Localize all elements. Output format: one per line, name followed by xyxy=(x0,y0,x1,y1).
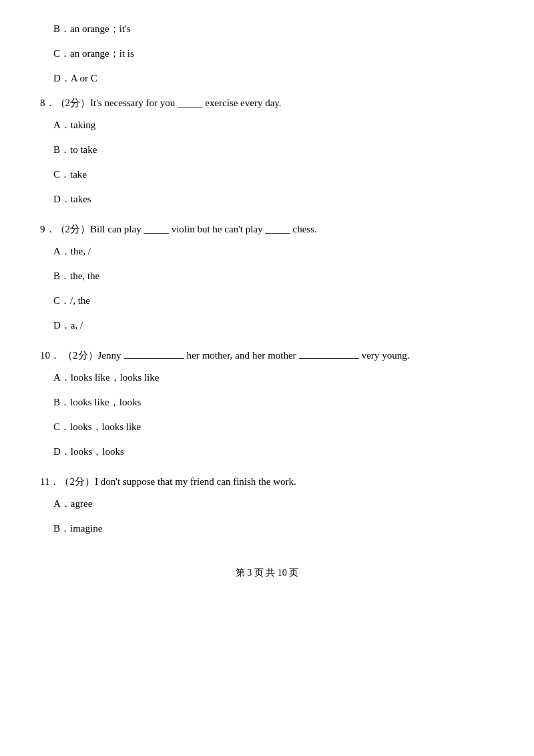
q8-b-text: B．to take xyxy=(53,144,97,155)
q8-option-a: A．taking xyxy=(40,116,494,134)
question-11-label: 11．（2分）I don't suppose that my friend ca… xyxy=(40,473,494,491)
q10-b-text: B．looks like，looks xyxy=(53,397,141,407)
page-footer: 第 3 页 共 10 页 xyxy=(40,564,494,581)
option-c-text: C．an orange；it is xyxy=(53,48,134,59)
question-9-label: 9．（2分）Bill can play _____ violin but he … xyxy=(40,220,494,238)
q8-a-text: A．taking xyxy=(53,120,95,130)
q9-option-c: C．/, the xyxy=(40,292,494,310)
q10-mother2: mother xyxy=(268,347,296,365)
q10-blank-2 xyxy=(299,347,359,359)
question-9: 9．（2分）Bill can play _____ violin but he … xyxy=(40,220,494,335)
q11-option-a: A．agree xyxy=(40,495,494,513)
q8-option-c: C．take xyxy=(40,166,494,184)
q10-d-text: D．looks，looks xyxy=(53,446,124,457)
q10-very: very xyxy=(362,347,380,365)
q9-d-text: D．a, / xyxy=(53,320,83,331)
q8-c-text: C．take xyxy=(53,169,87,180)
option-d-text: D．A or C xyxy=(53,73,97,83)
q10-a-text: A．looks like，looks like xyxy=(53,372,159,383)
q10-prefix: 10． xyxy=(40,347,60,365)
option-b-orange-its: B．an orange；it's xyxy=(40,20,494,38)
q10-option-d: D．looks，looks xyxy=(40,443,494,461)
question-10: 10． （2分）Jenny her mother, and her mother… xyxy=(40,347,494,461)
q10-young: young. xyxy=(382,347,409,365)
q10-blank-1 xyxy=(124,347,184,359)
question-11-text: 11．（2分）I don't suppose that my friend ca… xyxy=(40,476,296,487)
q10-her: her xyxy=(187,347,200,365)
q10-mother-comma: mother, xyxy=(202,347,233,365)
q9-c-text: C．/, the xyxy=(53,295,90,306)
q10-score: （2分）Jenny xyxy=(63,347,121,365)
question-8-text: 8．（2分）It's necessary for you _____ exerc… xyxy=(40,98,282,108)
q11-option-b: B．imagine xyxy=(40,520,494,538)
q9-option-a: A．the, / xyxy=(40,242,494,260)
q10-and: and xyxy=(235,347,250,365)
option-d-aorc: D．A or C xyxy=(40,69,494,87)
footer-text: 第 3 页 共 10 页 xyxy=(236,568,299,578)
q10-her2: her xyxy=(252,347,265,365)
q9-option-d: D．a, / xyxy=(40,317,494,335)
q10-option-a: A．looks like，looks like xyxy=(40,369,494,387)
q8-option-b: B．to take xyxy=(40,141,494,159)
q11-a-text: A．agree xyxy=(53,498,92,509)
q8-d-text: D．takes xyxy=(53,194,91,204)
option-c-orange-itis: C．an orange；it is xyxy=(40,45,494,63)
q10-option-b: B．looks like，looks xyxy=(40,393,494,411)
question-8-label: 8．（2分）It's necessary for you _____ exerc… xyxy=(40,94,494,112)
q9-b-text: B．the, the xyxy=(53,270,99,281)
q8-option-d: D．takes xyxy=(40,190,494,208)
question-10-label: 10． （2分）Jenny her mother, and her mother… xyxy=(40,347,494,365)
q10-c-text: C．looks，looks like xyxy=(53,421,141,432)
option-b-text: B．an orange；it's xyxy=(53,23,131,34)
question-11: 11．（2分）I don't suppose that my friend ca… xyxy=(40,473,494,538)
q10-option-c: C．looks，looks like xyxy=(40,418,494,436)
q9-option-b: B．the, the xyxy=(40,267,494,285)
question-9-text: 9．（2分）Bill can play _____ violin but he … xyxy=(40,224,317,234)
q9-a-text: A．the, / xyxy=(53,246,91,256)
question-8: 8．（2分）It's necessary for you _____ exerc… xyxy=(40,94,494,208)
q11-b-text: B．imagine xyxy=(53,523,102,534)
